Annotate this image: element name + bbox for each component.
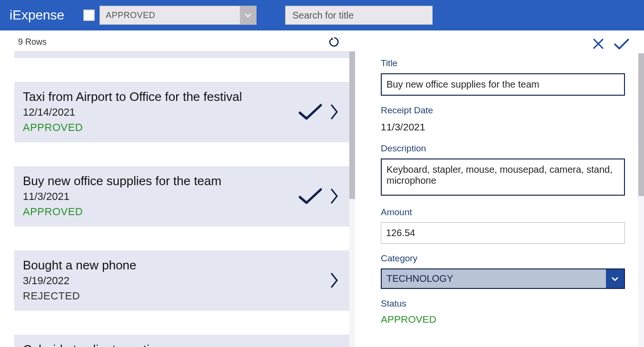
app-header: iExpense APPROVED Search for title [0,0,644,30]
list-item[interactable]: Taxi from Airport to Office for the fest… [14,82,349,142]
list-item-status: APPROVED [23,206,293,218]
category-select[interactable]: TECHNOLOGY [381,268,625,289]
list-item-date: 12/14/2021 [23,106,293,119]
list-item-title: Taxi from Airport to Office for the fest… [23,89,293,104]
label-receipt-date: Receipt Date [381,105,625,116]
list-top-bar [14,51,349,58]
expense-list-pane: 9 Rows Taxi from Airport to Office for t… [0,30,355,347]
scrollbar[interactable] [638,53,644,347]
receipt-date-value: 11/3/2021 [381,120,625,134]
list-scroll[interactable]: Taxi from Airport to Office for the fest… [0,51,355,347]
label-category: Category [381,253,625,264]
scrollbar-thumb[interactable] [638,53,644,196]
label-amount: Amount [381,207,625,218]
check-icon[interactable] [298,102,323,121]
status-filter-value: APPROVED [100,10,240,20]
list-item-date: 3/19/2022 [23,275,325,287]
app-title: iExpense [10,8,64,23]
list-item[interactable]: Buy new office supplies for the team 11/… [14,166,349,227]
detail-actions [355,30,644,53]
chevron-right-icon[interactable] [329,187,339,205]
scrollbar-thumb[interactable] [349,51,355,199]
chevron-right-icon[interactable] [329,271,339,289]
list-item-date: 11/3/2021 [23,190,293,203]
status-value: APPROVED [381,314,625,325]
list-header: 9 Rows [0,30,355,51]
title-field[interactable] [381,73,625,96]
list-item-status: APPROVED [23,121,293,134]
refresh-icon[interactable] [327,35,341,49]
list-item[interactable]: Bought a new phone 3/19/2022 REJECTED [14,250,349,311]
search-placeholder: Search for title [292,10,354,21]
label-description: Description [381,143,625,154]
detail-pane: Title Receipt Date 11/3/2021 Description… [355,30,644,347]
row-count: 9 Rows [18,37,47,47]
chevron-right-icon[interactable] [329,103,339,121]
list-item-title: Cab ride to client meeting [23,342,339,347]
status-filter-select[interactable]: APPROVED [99,6,257,25]
confirm-icon[interactable] [614,37,630,50]
amount-field[interactable] [381,222,625,244]
label-title: Title [381,58,625,69]
close-icon[interactable] [592,37,605,50]
category-value: TECHNOLOGY [382,269,606,288]
label-status: Status [381,298,625,309]
check-icon[interactable] [298,187,323,206]
list-item[interactable]: Cab ride to client meeting [14,335,349,347]
detail-form: Title Receipt Date 11/3/2021 Description… [355,53,644,347]
chevron-down-icon [240,6,256,24]
list-item-title: Bought a new phone [23,258,325,273]
list-item-status: REJECTED [23,290,325,302]
chevron-down-icon [606,269,624,288]
description-field[interactable] [381,159,625,196]
filter-checkbox[interactable] [83,10,95,21]
search-input[interactable]: Search for title [285,6,433,25]
main-area: 9 Rows Taxi from Airport to Office for t… [0,30,644,347]
list-item-title: Buy new office supplies for the team [23,174,293,188]
scrollbar[interactable] [349,51,355,347]
